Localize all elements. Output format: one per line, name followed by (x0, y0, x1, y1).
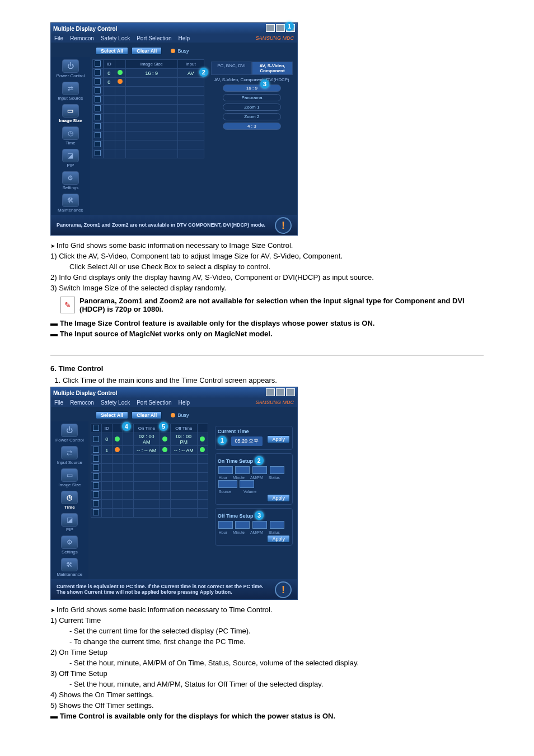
on-status[interactable] (270, 466, 284, 474)
opt-panorama[interactable]: Panorama (223, 94, 281, 101)
off-time-block: Off Time Setup 3 Hour Minute AM/PM Statu… (215, 508, 293, 546)
sidebar-item-time: ◷Time (61, 491, 78, 510)
callout-3: 3 (260, 79, 269, 88)
opt-zoom1[interactable]: Zoom 1 (223, 104, 281, 111)
sidebar-item-settings: ⚙Settings (61, 536, 78, 555)
footer-note: Panorama, Zoom1 and Zoom2 are not availa… (51, 215, 297, 235)
grid-row[interactable]: 0 02 : 00 AM 03 : 00 PM (91, 433, 208, 446)
bullet-2: The Input source of MagicNet works only … (50, 330, 484, 338)
menu-port-selection[interactable]: Port Selection (137, 400, 171, 406)
busy-label: Busy (177, 412, 189, 418)
sidebar: ⏻Power Control ⇄Input Source ▭Image Size… (51, 421, 88, 579)
window-title: Multiple Display Control (53, 390, 117, 396)
col-on-time: On Time (133, 424, 160, 433)
menubar: File Remocon Safety Lock Port Selection … (51, 398, 297, 407)
col-image-size: Image Size (125, 60, 177, 69)
grid-row[interactable]: 0 (92, 78, 204, 87)
sidebar-item-power: ⏻Power Control (55, 424, 84, 443)
time-intro-list: Click Time of the main icons and the Tim… (63, 376, 484, 384)
info-icon: ! (275, 581, 292, 598)
opt-zoom2[interactable]: Zoom 2 (223, 113, 281, 120)
tab-pc[interactable]: PC, BNC, DVI (211, 62, 252, 75)
on-source[interactable] (218, 480, 237, 488)
callout-1: 1 (218, 436, 227, 445)
time-section-title: 6. Time Control (50, 364, 484, 373)
info-icon: ! (275, 217, 292, 234)
grid-row[interactable]: 0 16 : 9 AV 2 (92, 69, 204, 78)
callout-3: 3 (255, 511, 264, 520)
clear-all-button[interactable]: Clear All (132, 411, 162, 419)
callout-5: 5 (159, 422, 168, 431)
pencil-icon: ✎ (60, 297, 75, 313)
window-buttons[interactable] (265, 388, 295, 397)
time-control-window: Multiple Display Control File Remocon Sa… (50, 387, 298, 600)
right-pane: PC, BNC, DVI AV, S-Video, Component AV, … (207, 57, 297, 215)
busy-label: Busy (177, 48, 189, 54)
grid-row[interactable]: 1 -- : -- AM -- : -- AM (91, 446, 208, 455)
window-title: Multiple Display Control (53, 26, 117, 32)
select-all-button[interactable]: Select All (96, 47, 128, 55)
sidebar-item-time: ◷Time (62, 126, 79, 145)
menu-help[interactable]: Help (178, 35, 190, 41)
menubar: File Remocon Safety Lock Port Selection … (51, 34, 297, 43)
off-ampm[interactable] (252, 521, 267, 529)
sidebar-item-pip: ◪PIP (61, 513, 78, 532)
info-grid: ID Image Size Input 0 16 : 9 AV 2 (90, 57, 207, 215)
clear-all-button[interactable]: Clear All (132, 47, 162, 55)
sidebar-item-power: ⏻Power Control (57, 59, 85, 78)
menu-file[interactable]: File (54, 400, 63, 406)
brand-logo: SAMSUNG MDC (255, 35, 294, 41)
bullet-1: The Image Size Control feature is availa… (50, 319, 484, 327)
toolbar: Select All Clear All Busy (51, 407, 297, 421)
image-size-doc: Info Grid shows some basic information n… (50, 241, 484, 338)
col-id: ID (103, 60, 115, 69)
menu-safety-lock[interactable]: Safety Lock (101, 400, 130, 406)
busy-icon (171, 413, 175, 417)
titlebar: Multiple Display Control (51, 23, 297, 34)
sidebar-item-input: ⇄Input Source (57, 446, 82, 465)
apply-button[interactable]: Apply (267, 494, 290, 502)
status-off-icon (118, 79, 123, 84)
opt-16-9[interactable]: 16 : 9 (223, 84, 281, 92)
col-input: Input (177, 60, 204, 69)
on-volume[interactable] (240, 480, 254, 488)
on-hour[interactable] (218, 466, 233, 474)
sidebar-item-input: ⇄Input Source (58, 82, 83, 101)
off-hour[interactable] (218, 521, 233, 529)
on-time-block: On Time Setup 2 Hour Minute AM/PM Status (215, 453, 293, 505)
info-grid: ID 4 On Time 5 Off Time 0 02 : 00 AM (88, 421, 210, 579)
sidebar-item-maintenance: 🛠Maintenance (58, 194, 83, 213)
menu-remocon[interactable]: Remocon (70, 35, 94, 41)
toolbar: Select All Clear All Busy 1 (51, 43, 297, 57)
time-right-pane: Current Time 1 05:20 오후 Apply On Time Se… (210, 421, 297, 579)
tab-av[interactable]: AV, S-Video, Component (252, 62, 293, 75)
footer-note: Current time is equivalent to PC time. I… (51, 579, 297, 599)
sidebar-item-maintenance: 🛠Maintenance (57, 558, 82, 577)
brand-logo: SAMSUNG MDC (255, 400, 294, 405)
pane-label: AV, S-Video, Component, DVI(HDCP) (211, 77, 293, 82)
menu-remocon[interactable]: Remocon (70, 400, 94, 406)
menu-file[interactable]: File (54, 35, 63, 41)
titlebar: Multiple Display Control (51, 387, 297, 398)
select-all-button[interactable]: Select All (96, 411, 128, 419)
sidebar-item-pip: ◪PIP (62, 149, 79, 168)
on-ampm[interactable] (252, 466, 267, 474)
on-minute[interactable] (235, 466, 250, 474)
sidebar-item-image-size: ▭Image Size (59, 104, 82, 123)
image-size-window: Multiple Display Control File Remocon Sa… (50, 22, 298, 236)
busy-icon (171, 49, 175, 53)
apply-button[interactable]: Apply (267, 535, 290, 543)
menu-safety-lock[interactable]: Safety Lock (101, 35, 130, 41)
menu-port-selection[interactable]: Port Selection (137, 35, 171, 41)
separator (50, 355, 484, 355)
menu-help[interactable]: Help (178, 400, 190, 406)
opt-4-3[interactable]: 4 : 3 (223, 123, 281, 130)
off-status[interactable] (270, 521, 284, 529)
current-time-value: 05:20 오후 (231, 436, 262, 446)
current-time-block: Current Time 1 05:20 오후 Apply (215, 426, 293, 450)
apply-button[interactable]: Apply (267, 435, 290, 443)
callout-1: 1 (285, 22, 294, 31)
off-minute[interactable] (235, 521, 250, 529)
sidebar-item-image-size: ▭Image Size (58, 468, 81, 487)
callout-4: 4 (122, 422, 131, 431)
